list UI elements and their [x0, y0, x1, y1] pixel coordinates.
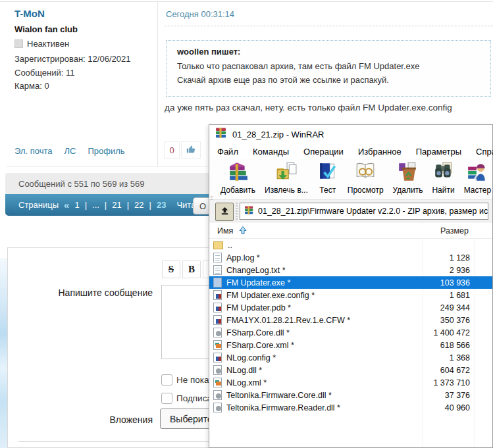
- delete-icon: [397, 161, 418, 185]
- post-author-group: Wialon fan club: [14, 24, 78, 34]
- menu-file[interactable]: Файл: [210, 147, 246, 157]
- file-list-header: Имя Размер: [209, 224, 492, 239]
- add-button[interactable]: Добавить: [216, 159, 260, 195]
- find-button[interactable]: Найти: [427, 159, 459, 195]
- profile-link[interactable]: Профиль: [88, 146, 124, 156]
- file-row-parent-dir[interactable]: ..: [209, 239, 492, 251]
- firmware-file-icon: [213, 315, 222, 325]
- test-button[interactable]: Тест: [313, 159, 343, 195]
- status-label: Неактивен: [27, 39, 69, 49]
- bold-button[interactable]: B: [182, 261, 201, 278]
- up-one-level-button[interactable]: [215, 203, 234, 221]
- current-page-23: 23: [157, 200, 166, 210]
- page-link-1[interactable]: 1: [74, 200, 79, 210]
- page-link-22[interactable]: 22: [134, 200, 143, 210]
- offline-status-icon: [14, 39, 23, 48]
- page-separator: |: [127, 200, 129, 210]
- quote-line: Только что распаковал архив, там есть фа…: [177, 61, 420, 71]
- first-page-arrow[interactable]: «: [64, 199, 69, 211]
- address-bar: 01_28_21.zip\Firmware Updater v2.2.0 - Z…: [209, 200, 492, 222]
- dll-file-icon: [213, 365, 222, 375]
- archive-path-text: 01_28_21.zip\Firmware Updater v2.2.0 - Z…: [258, 207, 488, 216]
- messages-range-text: Сообщений с 551 по 569 из 569: [18, 179, 145, 189]
- wizard-icon: [467, 161, 488, 185]
- view-button[interactable]: Просмотр: [343, 159, 388, 195]
- add-archive-icon: [228, 161, 249, 185]
- message-label: Напишите сообщение: [26, 287, 153, 298]
- author-message-count: Сообщений: 11: [14, 68, 75, 78]
- dll-file-icon: [213, 328, 222, 337]
- column-header-name[interactable]: Имя: [217, 226, 233, 236]
- author-karma: Карма: 0: [14, 81, 49, 91]
- file-list: Имя Размер .. App.log *1 128 ChangeLog.t…: [209, 222, 492, 447]
- file-row[interactable]: FM Updater.pdb *249 344: [209, 301, 492, 314]
- text-file-icon: [213, 265, 222, 275]
- pdb-file-icon: [213, 303, 222, 312]
- file-row[interactable]: FMA1YX.01.28.21.Rev.1.e.CFW *350 376: [209, 314, 492, 326]
- page-link-21[interactable]: 21: [112, 200, 121, 210]
- folder-up-icon: [213, 241, 223, 249]
- delete-button[interactable]: Удалить: [388, 159, 428, 195]
- attachments-label: Вложения: [26, 414, 153, 425]
- winrar-titlebar[interactable]: 01_28_21.zip - WinRAR: [209, 125, 492, 143]
- file-row[interactable]: NLog.dll *604 672: [209, 364, 492, 376]
- subscribe-checkbox[interactable]: [161, 393, 172, 404]
- page-separator: |: [105, 200, 107, 210]
- page-separator: |: [149, 200, 151, 210]
- file-row[interactable]: FM Updater.exe.config *1 681: [209, 289, 492, 301]
- extract-button[interactable]: Извлечь в...: [260, 159, 313, 195]
- file-row[interactable]: NLog.xml *1 373 710: [209, 376, 492, 389]
- winrar-toolbar: Добавить Извлечь в... Тест Просмотр Удал…: [209, 159, 492, 200]
- file-row[interactable]: FSharp.Core.xml *618 566: [209, 339, 492, 351]
- subscribe-label: Подписа: [176, 393, 212, 403]
- file-row[interactable]: Teltonika.Firmware.Reader.dll *40 960: [209, 401, 492, 414]
- post-author-name[interactable]: T-MoN: [14, 8, 45, 19]
- file-rows: .. App.log *1 128 ChangeLog.txt *2 936 F…: [209, 239, 492, 447]
- log-file-icon: [213, 253, 222, 262]
- author-links: Эл. почта ЛС Профиль: [14, 146, 125, 156]
- dont-show-checkbox[interactable]: [161, 374, 172, 386]
- post-separator: [165, 26, 493, 26]
- menu-operations[interactable]: Операции: [296, 147, 351, 157]
- author-registered: Зарегистрирован: 12/06/2021: [14, 54, 130, 64]
- post-date-link[interactable]: Сегодня 00:31:14: [166, 9, 234, 19]
- screenshot: T-MoN Wialon fan club Неактивен Зарегист…: [0, 0, 493, 448]
- archive-path-input[interactable]: 01_28_21.zip\Firmware Updater v2.2.0 - Z…: [240, 203, 488, 220]
- email-link[interactable]: Эл. почта: [14, 146, 53, 156]
- winrar-app-icon: [215, 128, 227, 141]
- file-row[interactable]: Teltonika.Firmware.Core.dll *37 376: [209, 389, 492, 401]
- menu-commands[interactable]: Команды: [246, 147, 296, 157]
- file-row[interactable]: ChangeLog.txt *2 936: [209, 264, 492, 276]
- exe-file-icon: [213, 278, 222, 287]
- column-header-size[interactable]: Размер: [440, 226, 469, 236]
- pages-label: Страницы: [18, 200, 59, 210]
- extract-icon: [276, 161, 297, 185]
- xml-file-icon: [213, 340, 222, 350]
- thumbs-up-icon: [186, 144, 197, 157]
- file-row[interactable]: NLog.config *1 368: [209, 351, 492, 364]
- wizard-button[interactable]: Мастер: [459, 159, 493, 195]
- post-body-text: да уже пять раз скачал, нету. есть тольк…: [165, 103, 452, 112]
- strikethrough-button[interactable]: S: [162, 261, 180, 278]
- file-row-selected[interactable]: FM Updater.exe *103 936: [209, 276, 492, 289]
- sort-ascending-icon: [238, 226, 247, 238]
- file-row[interactable]: App.log *1 128: [209, 251, 492, 264]
- quote-author: woollen пишет:: [177, 47, 240, 57]
- menu-options[interactable]: Параметры: [409, 147, 469, 157]
- winrar-menubar: Файл Команды Операции Избранное Параметр…: [209, 143, 492, 159]
- menu-favorites[interactable]: Избранное: [351, 147, 409, 157]
- config-file-icon: [213, 290, 222, 300]
- winrar-window: 01_28_21.zip - WinRAR Файл Команды Опера…: [209, 124, 493, 448]
- sidebar-divider: [157, 2, 158, 166]
- find-icon: [433, 161, 454, 185]
- file-row[interactable]: FSharp.Core.dll *1 400 472: [209, 326, 492, 339]
- window-title: 01_28_21.zip - WinRAR: [232, 130, 324, 139]
- page-top-border: [0, 1, 493, 2]
- quote-line: Скачай архив еще раз по этой же ссылке и…: [177, 75, 389, 85]
- like-counter: 0: [164, 141, 180, 159]
- dont-show-label: Не показ: [176, 375, 213, 385]
- up-arrow-icon: [220, 206, 230, 218]
- like-button[interactable]: [181, 141, 201, 159]
- pm-link[interactable]: ЛС: [65, 146, 76, 156]
- menu-help[interactable]: Справка: [469, 147, 493, 157]
